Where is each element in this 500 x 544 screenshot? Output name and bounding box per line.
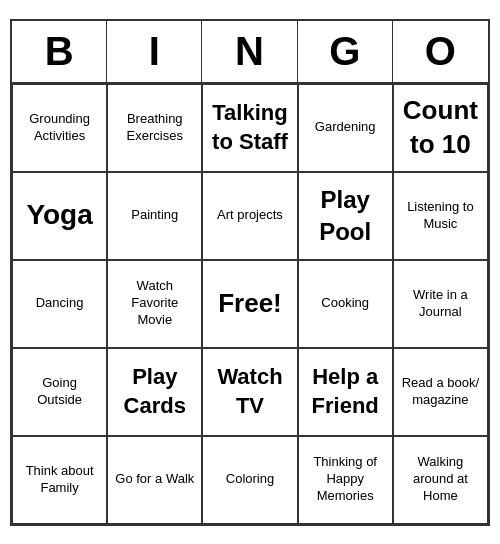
bingo-letter-b: B [12, 21, 107, 82]
bingo-cell-1[interactable]: Breathing Exercises [107, 84, 202, 172]
bingo-cell-21[interactable]: Go for a Walk [107, 436, 202, 524]
bingo-cell-3[interactable]: Gardening [298, 84, 393, 172]
bingo-cell-5[interactable]: Yoga [12, 172, 107, 260]
bingo-cell-18[interactable]: Help a Friend [298, 348, 393, 436]
bingo-cell-9[interactable]: Listening to Music [393, 172, 488, 260]
bingo-cell-19[interactable]: Read a book/ magazine [393, 348, 488, 436]
bingo-grid: Grounding ActivitiesBreathing ExercisesT… [12, 84, 488, 524]
bingo-header: BINGO [12, 21, 488, 84]
bingo-cell-6[interactable]: Painting [107, 172, 202, 260]
bingo-cell-8[interactable]: Play Pool [298, 172, 393, 260]
bingo-cell-4[interactable]: Count to 10 [393, 84, 488, 172]
bingo-cell-20[interactable]: Think about Family [12, 436, 107, 524]
bingo-cell-22[interactable]: Coloring [202, 436, 297, 524]
bingo-cell-23[interactable]: Thinking of Happy Memories [298, 436, 393, 524]
bingo-card: BINGO Grounding ActivitiesBreathing Exer… [10, 19, 490, 526]
bingo-cell-24[interactable]: Walking around at Home [393, 436, 488, 524]
bingo-cell-17[interactable]: Watch TV [202, 348, 297, 436]
bingo-cell-15[interactable]: Going Outside [12, 348, 107, 436]
bingo-cell-14[interactable]: Write in a Journal [393, 260, 488, 348]
bingo-cell-2[interactable]: Talking to Staff [202, 84, 297, 172]
bingo-cell-13[interactable]: Cooking [298, 260, 393, 348]
bingo-cell-12[interactable]: Free! [202, 260, 297, 348]
bingo-cell-11[interactable]: Watch Favorite Movie [107, 260, 202, 348]
bingo-cell-10[interactable]: Dancing [12, 260, 107, 348]
bingo-cell-0[interactable]: Grounding Activities [12, 84, 107, 172]
bingo-cell-7[interactable]: Art projects [202, 172, 297, 260]
bingo-letter-n: N [202, 21, 297, 82]
bingo-letter-o: O [393, 21, 488, 82]
bingo-cell-16[interactable]: Play Cards [107, 348, 202, 436]
bingo-letter-i: I [107, 21, 202, 82]
bingo-letter-g: G [298, 21, 393, 82]
